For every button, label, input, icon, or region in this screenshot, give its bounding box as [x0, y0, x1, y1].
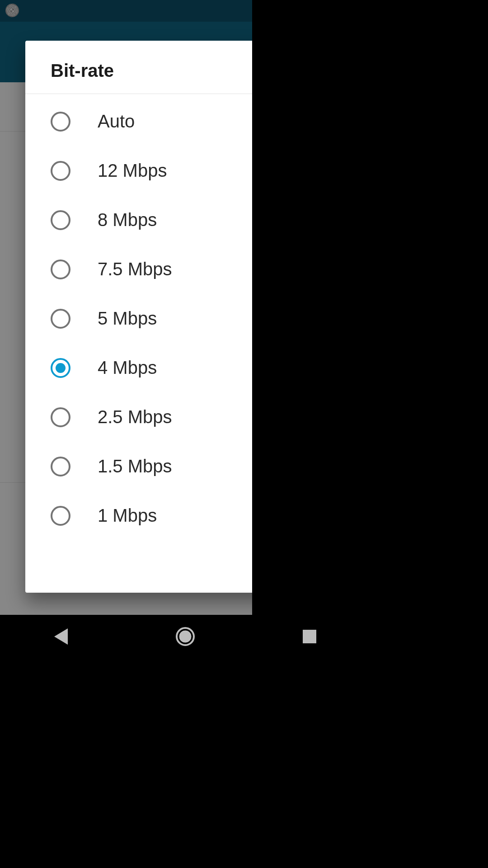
- back-icon[interactable]: [54, 628, 68, 645]
- radio-icon: [51, 309, 70, 329]
- home-icon[interactable]: [176, 627, 195, 646]
- radio-icon: [51, 112, 70, 132]
- option-label: 8 Mbps: [98, 210, 157, 230]
- option-label: 1.5 Mbps: [98, 456, 172, 476]
- radio-icon: [51, 210, 70, 230]
- option-label: 1 Mbps: [98, 505, 157, 526]
- radio-icon: [51, 161, 70, 181]
- option-label: 4 Mbps: [98, 358, 157, 378]
- radio-icon: [51, 506, 70, 526]
- radio-icon: [51, 259, 70, 279]
- option-label: 2.5 Mbps: [98, 407, 172, 427]
- right-black-strip: [252, 0, 370, 658]
- option-label: 12 Mbps: [98, 160, 167, 181]
- option-label: 7.5 Mbps: [98, 259, 172, 279]
- radio-icon: [51, 358, 70, 378]
- radio-icon: [51, 407, 70, 427]
- option-label: Auto: [98, 111, 135, 132]
- recent-apps-icon[interactable]: [303, 630, 316, 643]
- option-label: 5 Mbps: [98, 308, 157, 329]
- navigation-bar: [0, 615, 370, 658]
- radio-icon: [51, 457, 70, 476]
